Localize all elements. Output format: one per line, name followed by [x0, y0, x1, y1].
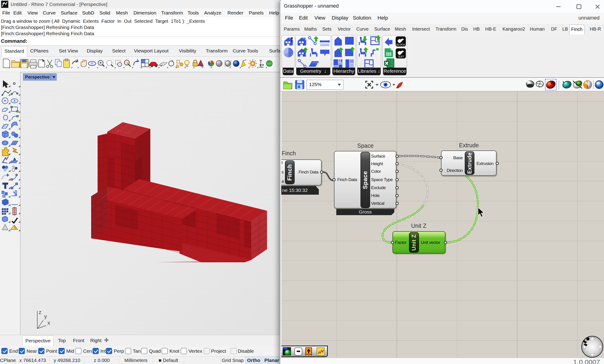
svg-text:y: y	[44, 313, 47, 319]
svg-text:z: z	[39, 309, 41, 315]
svg-text:BLOCK: BLOCK	[396, 43, 405, 46]
svg-text:TEXT: TEXT	[398, 55, 404, 58]
svg-text:x: x	[47, 320, 50, 326]
